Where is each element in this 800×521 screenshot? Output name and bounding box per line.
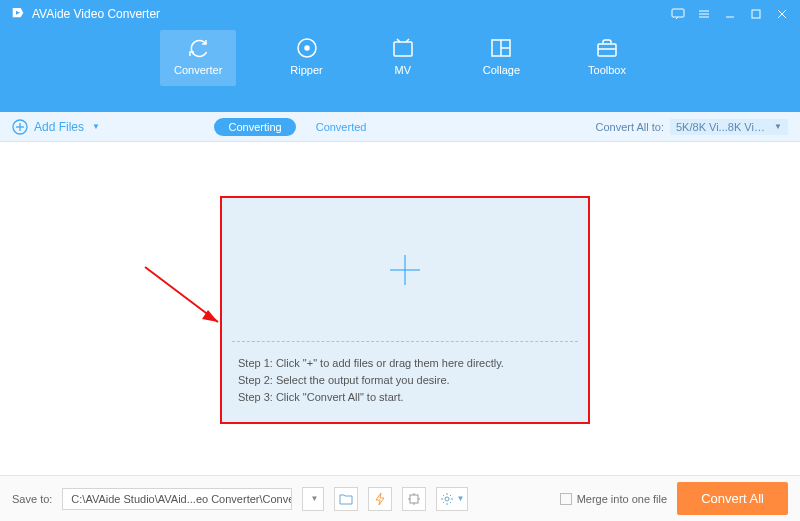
svg-marker-19: [202, 310, 218, 322]
nav-label: Toolbox: [588, 64, 626, 76]
nav-label: Converter: [174, 64, 222, 76]
collage-icon: [489, 36, 513, 60]
step-text: Step 2: Select the output format you des…: [238, 374, 572, 386]
gear-icon: [440, 492, 454, 506]
save-to-label: Save to:: [12, 493, 52, 505]
nav-converter[interactable]: Converter: [160, 30, 236, 86]
menu-icon[interactable]: [692, 4, 716, 24]
svg-point-27: [445, 497, 449, 501]
annotation-arrow: [140, 262, 230, 342]
main-canvas: Step 1: Click "+" to add files or drag t…: [0, 142, 800, 475]
svg-rect-14: [598, 44, 616, 56]
open-folder-button[interactable]: [334, 487, 358, 511]
convert-all-button[interactable]: Convert All: [677, 482, 788, 515]
footer-bar: Save to: C:\AVAide Studio\AVAid...eo Con…: [0, 475, 800, 521]
merge-label: Merge into one file: [577, 493, 668, 505]
convert-all-to-label: Convert All to:: [596, 121, 664, 133]
nav-label: Collage: [483, 64, 520, 76]
plus-circle-icon: [12, 119, 28, 135]
maximize-icon[interactable]: [744, 4, 768, 24]
nav-ripper[interactable]: Ripper: [276, 30, 336, 86]
toolbox-icon: [595, 36, 619, 60]
svg-point-9: [305, 46, 309, 50]
tab-converted[interactable]: Converted: [316, 121, 367, 133]
chevron-down-icon: ▼: [456, 494, 464, 503]
app-header: AVAide Video Converter Converter Ripper …: [0, 0, 800, 112]
sub-toolbar: Add Files ▼ Converting Converted Convert…: [0, 112, 800, 142]
step-text: Step 1: Click "+" to add files or drag t…: [238, 357, 572, 369]
converter-icon: [186, 36, 210, 60]
ripper-icon: [295, 36, 319, 60]
format-value: 5K/8K Vi...8K Videc: [676, 121, 768, 133]
nav-toolbox[interactable]: Toolbox: [574, 30, 640, 86]
step-text: Step 3: Click "Convert All" to start.: [238, 391, 572, 403]
settings-button[interactable]: ▼: [436, 487, 468, 511]
tab-converting[interactable]: Converting: [214, 118, 295, 136]
add-files-label: Add Files: [34, 120, 84, 134]
chevron-down-icon: ▼: [92, 122, 100, 131]
divider: [232, 341, 578, 342]
chip-icon: [407, 492, 421, 506]
gpu-button[interactable]: [402, 487, 426, 511]
instructions: Step 1: Click "+" to add files or drag t…: [222, 342, 588, 422]
folder-icon: [339, 493, 353, 505]
drop-zone-add-area[interactable]: [222, 198, 588, 342]
output-format-select[interactable]: 5K/8K Vi...8K Videc ▼: [670, 119, 788, 135]
chevron-down-icon: ▼: [774, 122, 782, 131]
svg-line-18: [145, 267, 218, 322]
svg-rect-22: [410, 495, 418, 503]
save-path-value: C:\AVAide Studio\AVAid...eo Converter\Co…: [71, 493, 292, 505]
app-title: AVAide Video Converter: [32, 7, 160, 21]
checkbox-icon: [560, 493, 572, 505]
close-icon[interactable]: [770, 4, 794, 24]
mv-icon: [391, 36, 415, 60]
path-dropdown-button[interactable]: ▼: [302, 487, 324, 511]
titlebar: AVAide Video Converter: [0, 0, 800, 28]
nav-mv[interactable]: MV: [377, 30, 429, 86]
minimize-icon[interactable]: [718, 4, 742, 24]
feedback-icon[interactable]: [666, 4, 690, 24]
app-logo-icon: [10, 6, 26, 22]
add-files-button[interactable]: Add Files ▼: [12, 119, 100, 135]
svg-rect-10: [394, 42, 412, 56]
lightning-icon: [374, 492, 386, 506]
nav-label: MV: [394, 64, 411, 76]
save-path-input[interactable]: C:\AVAide Studio\AVAid...eo Converter\Co…: [62, 488, 292, 510]
speed-button[interactable]: [368, 487, 392, 511]
svg-rect-0: [672, 9, 684, 17]
chevron-down-icon: ▼: [310, 494, 318, 503]
svg-rect-5: [752, 10, 760, 18]
drop-zone[interactable]: Step 1: Click "+" to add files or drag t…: [220, 196, 590, 424]
nav-collage[interactable]: Collage: [469, 30, 534, 86]
merge-checkbox[interactable]: Merge into one file: [560, 493, 668, 505]
plus-icon: [388, 253, 422, 287]
nav-label: Ripper: [290, 64, 322, 76]
main-nav: Converter Ripper MV Collage Toolbox: [0, 28, 800, 86]
